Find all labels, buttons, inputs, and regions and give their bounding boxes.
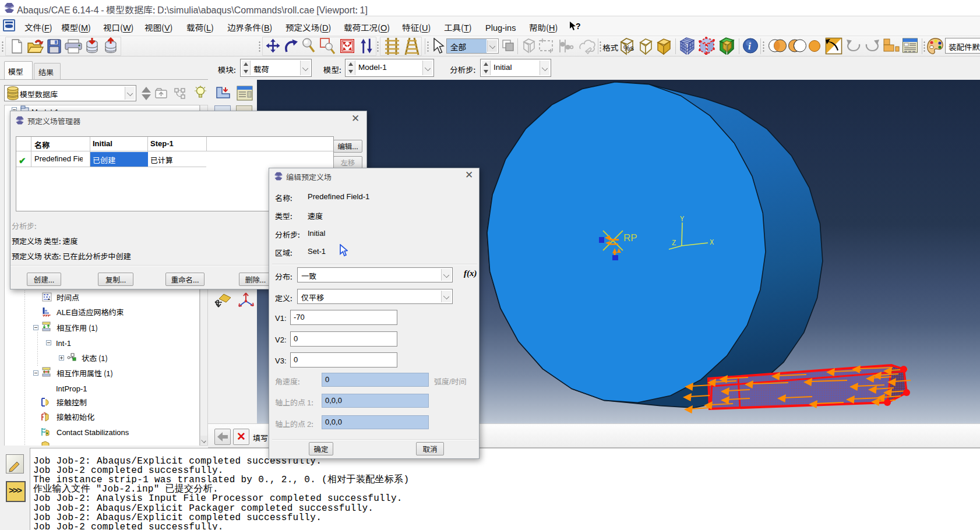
svg-text:Z: Z	[672, 239, 676, 248]
svg-text:i: i	[748, 41, 751, 52]
svg-text:X: X	[710, 239, 714, 247]
svg-text:Y: Y	[680, 215, 684, 224]
svg-text:RP: RP	[623, 232, 637, 243]
svg-text:%s: %s	[623, 44, 634, 52]
svg-text:?: ?	[576, 22, 581, 31]
